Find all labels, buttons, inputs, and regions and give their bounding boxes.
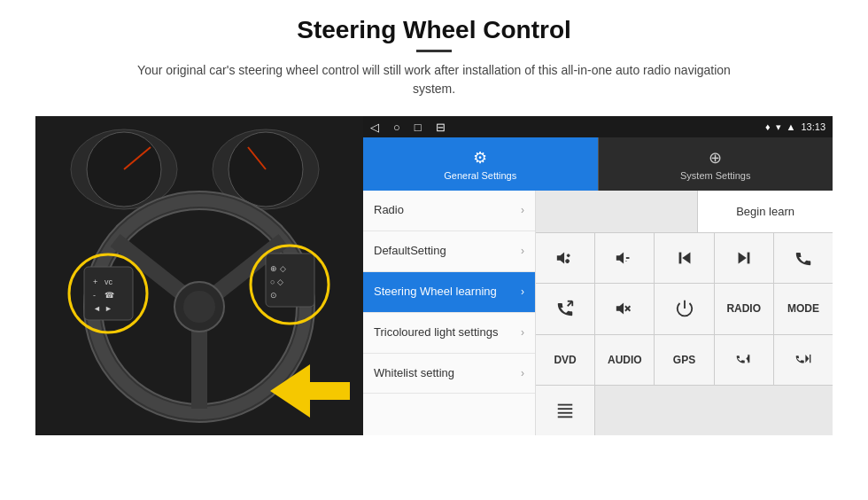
location-icon: ♦ bbox=[765, 121, 771, 132]
general-settings-icon: ⚙ bbox=[473, 148, 487, 168]
tab-system-settings[interactable]: ⊕ System Settings bbox=[598, 137, 833, 191]
vol-down-button[interactable]: - bbox=[595, 233, 655, 283]
arrow-icon: › bbox=[521, 204, 524, 216]
menu-item-tricoloured-label: Tricoloured light settings bbox=[374, 325, 498, 340]
gps-button[interactable]: GPS bbox=[655, 335, 714, 385]
arrow-icon: › bbox=[521, 326, 524, 339]
svg-text:-: - bbox=[625, 258, 627, 263]
next-track-button[interactable] bbox=[715, 233, 774, 283]
svg-text:◄: ◄ bbox=[93, 304, 101, 313]
svg-marker-38 bbox=[738, 253, 746, 264]
grid-row-4 bbox=[536, 386, 833, 435]
svg-text:vc: vc bbox=[105, 277, 113, 286]
svg-marker-29 bbox=[557, 253, 564, 264]
page-title: Steering Wheel Control bbox=[124, 16, 744, 44]
recents-icon[interactable]: □ bbox=[415, 121, 422, 134]
menu-item-default-setting[interactable]: DefaultSetting › bbox=[363, 231, 535, 272]
svg-text:⊕  ◇: ⊕ ◇ bbox=[270, 264, 286, 273]
status-info: ♦ ▾ ▲ 13:13 bbox=[765, 121, 825, 133]
menu-item-steering-label: Steering Wheel learning bbox=[374, 285, 497, 300]
grid-row-1: + - bbox=[536, 233, 833, 284]
svg-text:⊙: ⊙ bbox=[270, 291, 277, 300]
back-icon[interactable]: ◁ bbox=[370, 121, 379, 134]
tab-general-label: General Settings bbox=[444, 170, 516, 181]
svg-text:-: - bbox=[93, 291, 96, 300]
svg-point-14 bbox=[183, 291, 215, 323]
content-area: + vc - ☎ ◄ ► ⊕ ◇ ○ ◇ ⊙ bbox=[35, 116, 833, 435]
svg-text:☎: ☎ bbox=[105, 291, 114, 300]
tab-general-settings[interactable]: ⚙ General Settings bbox=[363, 137, 598, 191]
radio-row: Begin learn bbox=[536, 191, 833, 233]
vol-up-button[interactable]: + bbox=[536, 233, 595, 283]
arrow-icon: › bbox=[521, 245, 524, 257]
main-panel: Radio › DefaultSetting › Steering Wheel … bbox=[363, 191, 833, 435]
svg-rect-48 bbox=[748, 355, 748, 363]
tab-bar: ⚙ General Settings ⊕ System Settings bbox=[363, 137, 833, 191]
svg-rect-39 bbox=[747, 253, 749, 264]
title-divider bbox=[416, 50, 452, 52]
page-subtitle: Your original car's steering wheel contr… bbox=[124, 61, 744, 98]
menu-item-default-label: DefaultSetting bbox=[374, 244, 446, 259]
menu-item-whitelist-label: Whitelist setting bbox=[374, 366, 454, 381]
list-button[interactable] bbox=[536, 386, 595, 435]
page-container: Steering Wheel Control Your original car… bbox=[0, 0, 868, 500]
controls-panel: Begin learn + bbox=[536, 191, 833, 435]
svg-text:+: + bbox=[566, 258, 569, 263]
home-icon[interactable]: ○ bbox=[393, 121, 400, 134]
radio-button[interactable]: RADIO bbox=[715, 284, 774, 333]
svg-rect-37 bbox=[678, 253, 681, 264]
svg-text:►: ► bbox=[105, 304, 112, 313]
begin-learn-button[interactable]: Begin learn bbox=[698, 191, 833, 232]
steering-wheel-image: + vc - ☎ ◄ ► ⊕ ◇ ○ ◇ ⊙ bbox=[35, 116, 363, 435]
tab-system-label: System Settings bbox=[680, 170, 750, 181]
phone-button[interactable] bbox=[774, 233, 833, 283]
empty-cell bbox=[536, 191, 698, 232]
svg-marker-36 bbox=[682, 253, 690, 264]
svg-rect-54 bbox=[558, 416, 573, 418]
menu-icon[interactable]: ⊟ bbox=[436, 121, 446, 134]
grid-row-2: RADIO MODE bbox=[536, 284, 833, 334]
clock: 13:13 bbox=[801, 121, 825, 132]
power-button[interactable] bbox=[655, 284, 714, 333]
nav-icons: ◁ ○ □ ⊟ bbox=[370, 121, 446, 134]
audio-button[interactable]: AUDIO bbox=[595, 335, 655, 385]
mute-button[interactable] bbox=[595, 284, 655, 333]
svg-text:+: + bbox=[93, 277, 97, 286]
wifi-icon: ▲ bbox=[787, 121, 796, 132]
menu-list: Radio › DefaultSetting › Steering Wheel … bbox=[363, 191, 536, 435]
controls-grid: + - bbox=[536, 233, 833, 435]
svg-text:○  ◇: ○ ◇ bbox=[270, 277, 283, 286]
menu-item-radio[interactable]: Radio › bbox=[363, 191, 535, 231]
svg-rect-50 bbox=[810, 355, 810, 363]
mode-button[interactable]: MODE bbox=[774, 284, 833, 333]
menu-item-tricoloured[interactable]: Tricoloured light settings › bbox=[363, 313, 535, 354]
phone-next-button[interactable] bbox=[774, 335, 833, 385]
prev-track-button[interactable] bbox=[655, 233, 714, 283]
svg-rect-53 bbox=[558, 412, 573, 414]
arrow-icon: › bbox=[521, 285, 524, 298]
dvd-button[interactable]: DVD bbox=[536, 335, 595, 385]
svg-rect-51 bbox=[558, 404, 573, 406]
title-section: Steering Wheel Control Your original car… bbox=[124, 16, 744, 109]
phone-prev-button[interactable] bbox=[715, 335, 774, 385]
menu-item-whitelist[interactable]: Whitelist setting › bbox=[363, 354, 535, 395]
svg-marker-49 bbox=[805, 355, 809, 363]
answer-call-button[interactable] bbox=[536, 284, 595, 333]
menu-item-radio-label: Radio bbox=[374, 203, 404, 218]
system-settings-icon: ⊕ bbox=[709, 148, 722, 168]
svg-rect-52 bbox=[558, 408, 573, 410]
status-bar: ◁ ○ □ ⊟ ♦ ▾ ▲ 13:13 bbox=[363, 116, 833, 137]
menu-item-steering-wheel[interactable]: Steering Wheel learning › bbox=[363, 272, 535, 313]
svg-marker-43 bbox=[616, 303, 624, 315]
svg-marker-33 bbox=[616, 253, 624, 264]
signal-icon: ▾ bbox=[776, 121, 781, 133]
grid-row-3: DVD AUDIO GPS bbox=[536, 335, 833, 386]
arrow-icon: › bbox=[521, 367, 524, 379]
android-ui: ◁ ○ □ ⊟ ♦ ▾ ▲ 13:13 ⚙ General Settings bbox=[363, 116, 833, 435]
empty-cell-2 bbox=[595, 386, 833, 435]
